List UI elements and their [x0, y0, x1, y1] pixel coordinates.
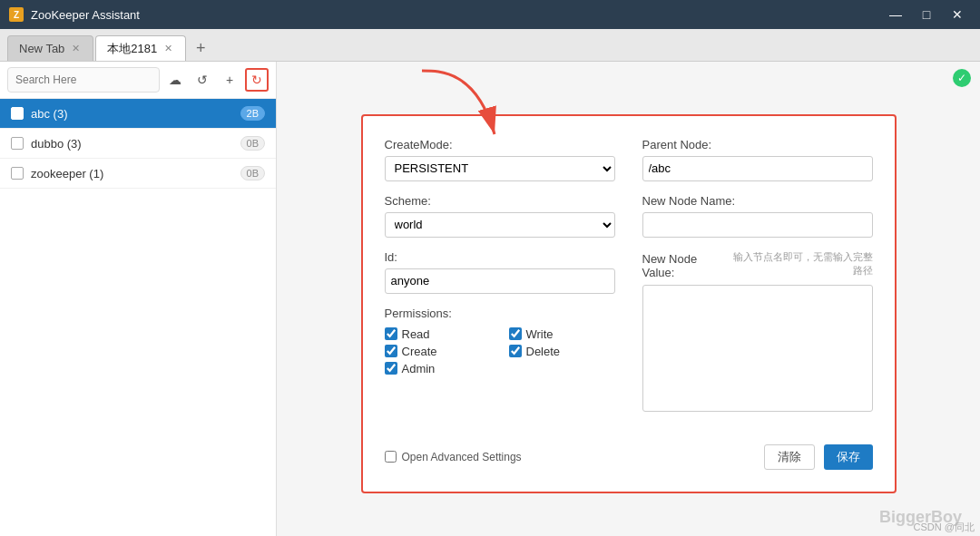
- new-node-value-label: New Node Value:: [642, 252, 726, 279]
- dialog-footer: Open Advanced Settings 清除 保存: [385, 444, 873, 470]
- parent-node-input[interactable]: [642, 156, 873, 181]
- advanced-settings-toggle[interactable]: Open Advanced Settings: [385, 451, 755, 463]
- create-mode-label: CreateMode:: [385, 138, 615, 151]
- search-input[interactable]: [7, 67, 160, 93]
- sidebar-toolbar: ☁ ↺ + ↻: [0, 62, 276, 99]
- perm-create-checkbox[interactable]: [385, 345, 397, 357]
- id-input[interactable]: [385, 268, 615, 294]
- tree-checkbox-dubbo: [11, 137, 24, 150]
- tree-item-zookeeper[interactable]: zookeeper (1) 0B: [0, 159, 276, 189]
- tree-badge-abc: 2B: [240, 106, 265, 121]
- form-grid: CreateMode: PERSISTENT Scheme: world Id:: [385, 138, 873, 428]
- node-value-hint: 输入节点名即可，无需输入完整路径: [726, 250, 873, 278]
- titlebar: Z ZooKeeper Assistant — □ ✕: [0, 0, 980, 29]
- perm-admin[interactable]: Admin: [385, 362, 491, 375]
- perm-delete[interactable]: Delete: [509, 345, 615, 358]
- tree-checkbox-abc: [11, 107, 24, 120]
- tab-local[interactable]: 本地2181 ✕: [95, 35, 186, 61]
- refresh-button[interactable]: ↺: [191, 68, 214, 92]
- add-button[interactable]: +: [218, 68, 241, 92]
- tab-new[interactable]: New Tab ✕: [7, 35, 93, 61]
- tab-local-close[interactable]: ✕: [162, 42, 174, 55]
- form-left-col: CreateMode: PERSISTENT Scheme: world Id:: [385, 138, 615, 428]
- perm-delete-checkbox[interactable]: [509, 345, 522, 357]
- right-panel: CreateMode: PERSISTENT Scheme: world Id:: [277, 62, 980, 536]
- permissions-grid: Read Write Create: [385, 327, 615, 375]
- perm-read-label: Read: [402, 327, 430, 341]
- permissions-label: Permissions:: [385, 307, 615, 320]
- advanced-settings-checkbox[interactable]: [385, 451, 397, 463]
- tab-add-button[interactable]: +: [188, 35, 213, 61]
- tree-checkbox-zookeeper: [11, 167, 24, 180]
- id-group: Id:: [385, 250, 615, 294]
- tabbar: New Tab ✕ 本地2181 ✕ +: [0, 29, 980, 62]
- refresh-icon: ↺: [197, 73, 208, 87]
- perm-write-label: Write: [526, 327, 554, 341]
- perm-read-checkbox[interactable]: [385, 327, 397, 340]
- perm-write-checkbox[interactable]: [509, 327, 522, 340]
- new-node-name-input[interactable]: [642, 212, 873, 238]
- sidebar: ☁ ↺ + ↻ abc (3) 2B dubbo (3) 0B zookeepe: [0, 62, 277, 536]
- form-right-col: Parent Node: New Node Name: New Node Val…: [642, 138, 873, 428]
- status-ok-indicator: ✓: [953, 69, 971, 87]
- cloud-button[interactable]: ☁: [163, 68, 187, 92]
- scheme-select[interactable]: world: [385, 212, 615, 238]
- perm-create-label: Create: [402, 345, 437, 358]
- tree-item-abc[interactable]: abc (3) 2B: [0, 99, 276, 129]
- app-icon: Z: [9, 7, 24, 22]
- cloud-icon: ☁: [169, 73, 181, 87]
- tree-label-dubbo: dubbo (3): [31, 137, 240, 151]
- tree-label-abc: abc (3): [31, 107, 240, 121]
- close-button[interactable]: ✕: [944, 5, 971, 24]
- maximize-button[interactable]: □: [913, 5, 940, 24]
- scheme-label: Scheme:: [385, 194, 615, 208]
- window-controls: — □ ✕: [882, 5, 971, 24]
- main-area: ☁ ↺ + ↻ abc (3) 2B dubbo (3) 0B zookeepe: [0, 62, 980, 536]
- scheme-group: Scheme: world: [385, 194, 615, 238]
- new-node-name-label: New Node Name:: [642, 194, 873, 208]
- perm-create[interactable]: Create: [385, 345, 491, 358]
- tab-local-label: 本地2181: [107, 41, 157, 57]
- id-label: Id:: [385, 250, 615, 264]
- tree-badge-dubbo: 0B: [240, 136, 265, 151]
- perm-delete-label: Delete: [526, 345, 561, 358]
- reload-icon: ↻: [251, 73, 262, 87]
- perm-read[interactable]: Read: [385, 327, 491, 341]
- tab-new-close[interactable]: ✕: [70, 42, 82, 55]
- save-button[interactable]: 保存: [824, 444, 873, 470]
- new-node-value-group: New Node Value: 输入节点名即可，无需输入完整路径: [642, 250, 873, 415]
- tree-item-dubbo[interactable]: dubbo (3) 0B: [0, 129, 276, 159]
- perm-admin-checkbox[interactable]: [385, 362, 397, 375]
- clear-button[interactable]: 清除: [764, 444, 815, 470]
- advanced-settings-label: Open Advanced Settings: [402, 451, 522, 463]
- reload-button[interactable]: ↻: [245, 68, 269, 92]
- app-title: ZooKeeper Assistant: [31, 8, 882, 22]
- csdn-label: CSDN @同北: [908, 519, 980, 536]
- tree-badge-zookeeper: 0B: [240, 166, 265, 180]
- parent-node-group: Parent Node:: [642, 138, 873, 181]
- tree-label-zookeeper: zookeeper (1): [31, 167, 240, 180]
- new-node-value-textarea[interactable]: [642, 285, 873, 412]
- add-icon: +: [226, 73, 233, 87]
- permissions-group: Permissions: Read Write: [385, 307, 615, 375]
- create-mode-group: CreateMode: PERSISTENT: [385, 138, 615, 181]
- create-node-dialog: CreateMode: PERSISTENT Scheme: world Id:: [361, 114, 897, 493]
- parent-node-label: Parent Node:: [642, 138, 873, 151]
- perm-admin-label: Admin: [402, 362, 436, 375]
- create-mode-select[interactable]: PERSISTENT: [385, 156, 615, 181]
- new-node-name-group: New Node Name:: [642, 194, 873, 238]
- minimize-button[interactable]: —: [882, 5, 909, 24]
- tab-new-label: New Tab: [19, 42, 64, 55]
- perm-write[interactable]: Write: [509, 327, 615, 341]
